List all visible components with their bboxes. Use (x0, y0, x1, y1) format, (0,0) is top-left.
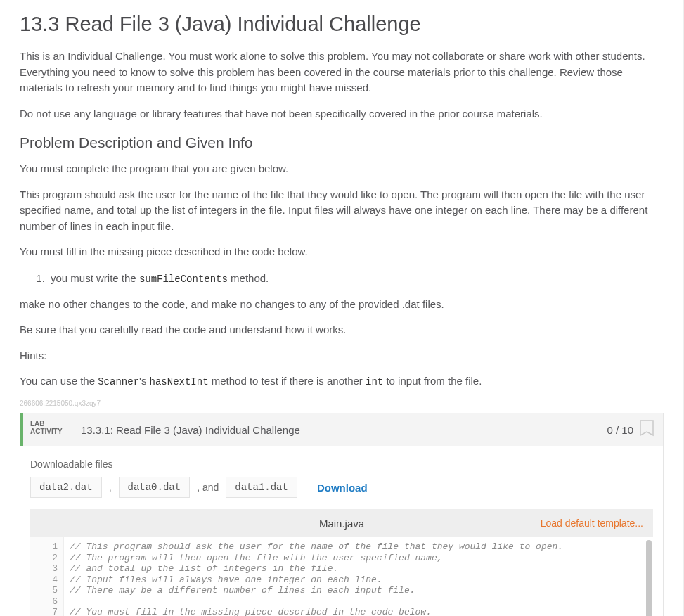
lab-score-value: 0 / 10 (607, 424, 633, 436)
editor-line-gutter: 1 2 3 4 5 6 7 8 9 10 11 (30, 537, 64, 616)
file-row: data2.dat , data0.dat , and data1.dat Do… (30, 477, 653, 498)
intro-paragraph-2: Do not use any language or library featu… (20, 106, 664, 122)
hints-label: Hints: (20, 348, 664, 364)
problem-p2: This program should ask the user for the… (20, 187, 664, 235)
requirement-code: sumFileContents (139, 274, 228, 285)
hint-text: 's (139, 375, 150, 387)
code-editor: Main.java Load default template... 1 2 3… (30, 509, 653, 616)
load-default-template-link[interactable]: Load default template... (541, 518, 643, 529)
download-link[interactable]: Download (317, 482, 368, 494)
file-chip[interactable]: data1.dat (226, 477, 297, 498)
problem-p5: Be sure that you carefully read the code… (20, 322, 664, 338)
lab-badge: LAB ACTIVITY (23, 413, 72, 446)
problem-p4: make no other changes to the code, and m… (20, 297, 664, 313)
page-title: 13.3 Read File 3 (Java) Individual Chall… (20, 13, 664, 36)
editor-code[interactable]: // This program should ask the user for … (64, 537, 653, 616)
file-separator: , and (197, 482, 219, 493)
downloadable-files-label: Downloadable files (30, 458, 653, 470)
editor-area[interactable]: 1 2 3 4 5 6 7 8 9 10 11 // This program … (30, 537, 653, 616)
intro-paragraph-1: This is an Individual Challenge. You mus… (20, 49, 664, 96)
hint-text: You can use the (20, 375, 98, 387)
problem-p3: You must fill in the missing piece descr… (20, 244, 664, 260)
requirement-item: you must write the sumFileContents metho… (48, 270, 664, 287)
section-header: Problem Description and Given Info (20, 134, 664, 151)
bookmark-icon[interactable] (639, 420, 654, 439)
file-chip[interactable]: data2.dat (30, 477, 102, 498)
problem-p1: You must complete the program that you a… (20, 161, 664, 177)
lab-activity-box: LAB ACTIVITY 13.3.1: Read File 3 (Java) … (20, 413, 664, 616)
requirement-post: method. (228, 272, 269, 284)
file-chip[interactable]: data0.dat (119, 477, 191, 498)
hint-code-scanner: Scanner (98, 376, 139, 387)
lab-badge-line2: ACTIVITY (30, 428, 63, 435)
scrollbar-thumb[interactable] (646, 540, 652, 616)
hint-code-int: int (366, 376, 383, 387)
hint-text: method to test if there is another (209, 375, 366, 387)
lab-badge-line1: LAB (30, 420, 45, 428)
lab-score: 0 / 10 (607, 413, 663, 446)
lab-title: 13.3.1: Read File 3 (Java) Individual Ch… (72, 413, 607, 446)
watermark-id: 266606.2215050.qx3zqy7 (20, 399, 664, 407)
requirement-pre: you must write the (51, 272, 139, 284)
hint-text: to input from the file. (383, 375, 482, 387)
hint-line: You can use the Scanner's hasNextInt met… (20, 373, 664, 390)
hint-code-hasnextint: hasNextInt (150, 376, 209, 387)
file-separator: , (109, 482, 112, 493)
lab-header: LAB ACTIVITY 13.3.1: Read File 3 (Java) … (20, 413, 663, 446)
